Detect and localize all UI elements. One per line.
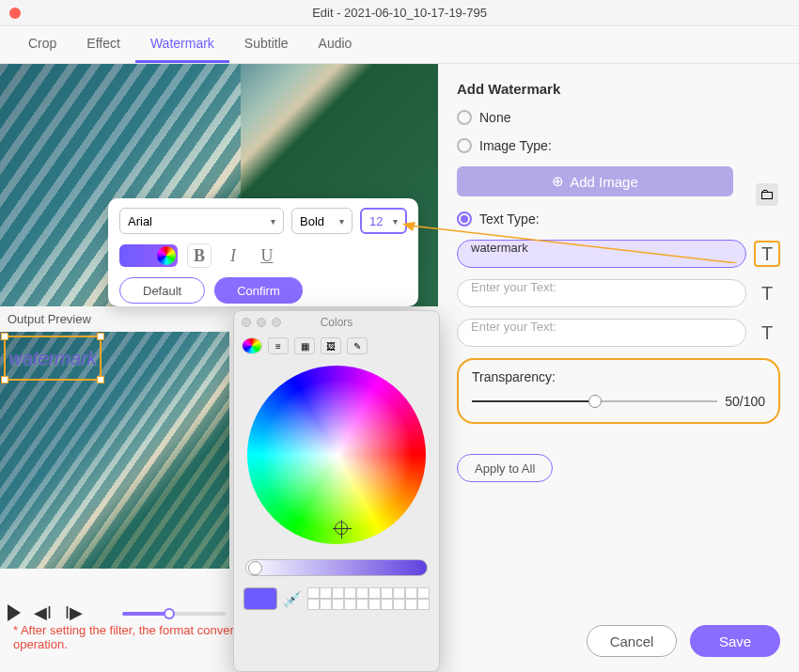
- chevron-down-icon: ▾: [393, 216, 398, 227]
- color-palette-tab[interactable]: ▦: [294, 337, 315, 354]
- right-panel: Add Watermark None Image Type: ⊕ Add Ima…: [438, 64, 799, 672]
- color-image-tab[interactable]: 🖼: [321, 337, 341, 354]
- apply-to-all-button[interactable]: Apply to All: [457, 454, 553, 482]
- text-icon: T: [761, 243, 773, 265]
- color-picker-title-bar: Colors: [234, 311, 439, 334]
- play-button[interactable]: [8, 604, 21, 621]
- window-controls: [9, 8, 21, 19]
- bottom-actions: Cancel Save: [587, 625, 780, 657]
- cp-minimize-icon[interactable]: [257, 318, 266, 327]
- brightness-thumb[interactable]: [248, 561, 262, 575]
- transparency-slider[interactable]: [472, 400, 717, 402]
- browse-folder-button[interactable]: 🗀: [756, 183, 778, 206]
- panel-title: Add Watermark: [457, 81, 780, 97]
- window-title: Edit - 2021-06-10_10-17-19-795: [9, 6, 790, 20]
- color-swatch-grid[interactable]: [307, 587, 430, 610]
- radio-icon: [457, 138, 472, 153]
- radio-text-type[interactable]: Text Type:: [457, 211, 780, 227]
- output-preview: watermark: [0, 332, 229, 569]
- color-pencils-tab[interactable]: ✎: [347, 337, 368, 354]
- bold-button[interactable]: B: [187, 243, 212, 268]
- selected-color-swatch[interactable]: [243, 587, 277, 610]
- text-icon: T: [761, 283, 773, 305]
- step-back-button[interactable]: ◀I: [34, 602, 52, 623]
- resize-handle-tl[interactable]: [1, 333, 8, 340]
- folder-icon: 🗀: [760, 186, 775, 203]
- resize-handle-bl[interactable]: [1, 376, 8, 383]
- timeline-thumb[interactable]: [164, 608, 175, 619]
- text-style-button-2[interactable]: T: [754, 280, 780, 306]
- tab-subtitle[interactable]: Subtitle: [229, 26, 304, 63]
- chevron-down-icon: ▾: [339, 216, 344, 227]
- text-color-picker-button[interactable]: [119, 244, 178, 267]
- radio-text-label: Text Type:: [479, 211, 540, 227]
- plus-icon: ⊕: [552, 173, 564, 190]
- tab-watermark[interactable]: Watermark: [135, 26, 229, 63]
- transparency-label: Transparency:: [472, 369, 765, 384]
- watermark-preview-text: watermark: [8, 348, 96, 369]
- color-crosshair-icon[interactable]: [335, 522, 348, 535]
- watermark-text-input-2[interactable]: Enter your Text:: [457, 279, 746, 307]
- radio-none[interactable]: None: [457, 110, 780, 125]
- text-style-button-1[interactable]: T: [754, 241, 780, 267]
- transparency-section: Transparency: 50/100: [457, 358, 780, 424]
- timeline-slider[interactable]: [122, 612, 226, 616]
- chevron-down-icon: ▾: [271, 216, 275, 227]
- radio-icon-checked: [457, 211, 472, 227]
- radio-icon: [457, 110, 472, 125]
- close-window-icon[interactable]: [9, 8, 21, 19]
- transparency-value: 50/100: [725, 394, 765, 409]
- tab-effect[interactable]: Effect: [71, 26, 135, 63]
- cp-zoom-icon[interactable]: [272, 318, 281, 327]
- add-image-label: Add Image: [570, 174, 638, 190]
- cp-close-icon[interactable]: [242, 318, 251, 327]
- default-button[interactable]: Default: [119, 277, 205, 304]
- eyedropper-button[interactable]: 💉: [283, 590, 302, 608]
- playback-controls: ◀I I▶: [8, 602, 83, 623]
- color-picker-tabs: ≡ ▦ 🖼 ✎: [234, 334, 439, 358]
- underline-button[interactable]: U: [255, 243, 279, 268]
- add-image-button[interactable]: ⊕ Add Image: [457, 166, 733, 196]
- color-wheel[interactable]: [247, 366, 426, 544]
- confirm-button[interactable]: Confirm: [214, 277, 303, 304]
- radio-image-label: Image Type:: [479, 138, 552, 153]
- tab-bar: Crop Effect Watermark Subtitle Audio: [0, 26, 799, 64]
- title-bar: Edit - 2021-06-10_10-17-19-795: [0, 0, 799, 26]
- color-wheel-tab[interactable]: [242, 337, 262, 354]
- transparency-thumb[interactable]: [588, 395, 602, 408]
- font-family-select[interactable]: Arial▾: [119, 208, 284, 234]
- color-sliders-tab[interactable]: ≡: [268, 337, 289, 354]
- save-button[interactable]: Save: [690, 625, 780, 657]
- tab-crop[interactable]: Crop: [13, 26, 71, 63]
- text-style-toolbar: Arial▾ Bold▾ 12▾ B I U Default Confirm: [108, 198, 418, 306]
- resize-handle-tr[interactable]: [97, 333, 104, 340]
- text-icon: T: [761, 322, 773, 344]
- color-picker-window[interactable]: Colors ≡ ▦ 🖼 ✎ 💉: [233, 310, 440, 672]
- step-forward-button[interactable]: I▶: [65, 602, 83, 623]
- watermark-text-input-3[interactable]: Enter your Text:: [457, 319, 746, 347]
- watermark-text-input-1[interactable]: watermark: [457, 240, 746, 268]
- radio-none-label: None: [479, 110, 510, 125]
- brightness-slider[interactable]: [245, 559, 428, 576]
- watermark-bounding-box[interactable]: watermark: [4, 336, 102, 381]
- radio-image-type[interactable]: Image Type:: [457, 138, 780, 153]
- font-weight-select[interactable]: Bold▾: [291, 208, 352, 234]
- italic-button[interactable]: I: [221, 243, 245, 268]
- resize-handle-br[interactable]: [97, 376, 104, 383]
- text-style-button-3[interactable]: T: [754, 320, 780, 346]
- tab-audio[interactable]: Audio: [304, 26, 368, 63]
- font-size-select[interactable]: 12▾: [360, 208, 407, 234]
- cancel-button[interactable]: Cancel: [587, 625, 677, 657]
